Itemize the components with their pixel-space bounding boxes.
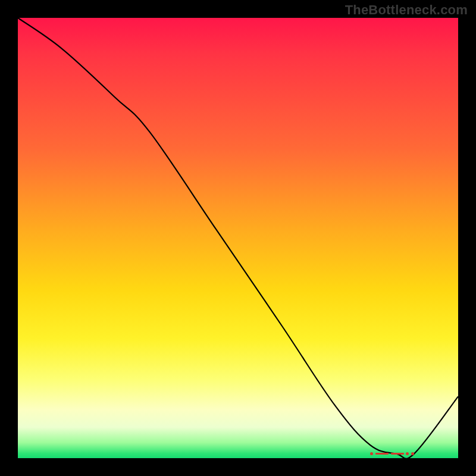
plot-area bbox=[18, 18, 458, 458]
curve-path bbox=[18, 18, 458, 459]
marker-dot bbox=[406, 452, 409, 455]
marker-dot bbox=[411, 452, 414, 455]
line-plot bbox=[18, 18, 458, 458]
marker-dash bbox=[375, 453, 389, 454]
marker-dot bbox=[370, 452, 373, 455]
watermark-text: TheBottleneck.com bbox=[345, 2, 468, 18]
marker-band bbox=[370, 452, 414, 456]
marker-dash bbox=[391, 453, 404, 454]
chart-frame: TheBottleneck.com bbox=[0, 0, 476, 476]
